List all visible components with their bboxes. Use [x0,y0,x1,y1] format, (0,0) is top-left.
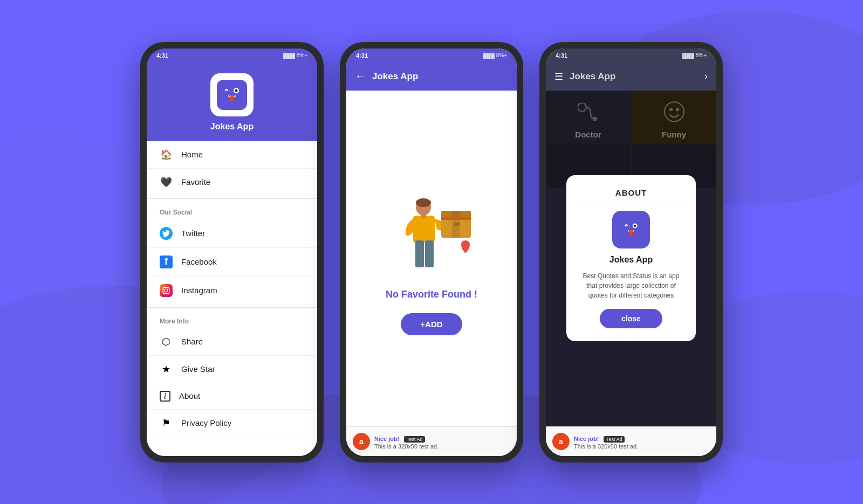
status-icons-3: ▓▓▓ 8%+ [682,52,707,58]
phone3-content: Doctor Funny [546,91,716,426]
ad-bar-3: a Nice job! Test Ad This is a 320x50 tes… [546,426,716,456]
drawer-app-icon [210,73,254,116]
signal-icon-3: ▓▓▓ 8%+ [682,52,707,58]
ad-badge-3: Test Ad [604,436,625,443]
instagram-label: Instagram [181,286,217,295]
ad-nice-3: Nice job! Test Ad [574,433,710,443]
ad-bar-2: a Nice job! Test Ad This is a 320x50 tes… [346,426,517,456]
drawer-item-favorite[interactable]: 🖤 Favorite [147,169,317,196]
svg-point-10 [229,98,232,100]
phones-container: 4:31 ▓▓▓ 8%+ [140,42,723,462]
svg-point-36 [629,230,634,236]
about-dialog: ABOUT [566,175,696,341]
back-button[interactable]: ← [355,70,366,82]
svg-point-11 [232,98,235,100]
ad-logo-2: a [353,433,370,450]
svg-point-16 [416,198,431,207]
more-info-section-label: More Info [147,310,317,328]
about-dialog-overlay: ABOUT [546,91,716,426]
heart-icon: 🖤 [160,176,173,188]
delivery-svg [383,181,480,278]
twitter-icon [160,227,173,240]
status-bar-3: 4:31 ▓▓▓ 8%+ [546,49,716,63]
svg-rect-25 [441,217,471,220]
time-3: 4:31 [556,52,567,59]
social-section-label: Our Social [147,201,317,219]
share-icon: ⬡ [160,336,173,348]
home-icon: 🏠 [160,149,173,161]
give-star-label: Give Star [181,364,215,374]
empty-state-message: No Favorite Found ! [386,289,477,300]
twitter-label: Twitter [181,229,205,238]
star-icon: ★ [160,363,173,375]
status-bar-2: 4:31 ▓▓▓ 8%+ [346,49,517,63]
svg-rect-18 [421,215,426,218]
drawer-item-twitter[interactable]: Twitter [147,219,317,248]
share-button-3[interactable]: ‹ [704,71,708,82]
svg-rect-21 [425,240,434,267]
drawer-item-privacy[interactable]: ⚑ Privacy Policy [147,410,317,437]
phone-1-screen: 4:31 ▓▓▓ 8%+ [147,49,317,456]
home-label: Home [181,150,203,159]
signal-icon-2: ▓▓▓ 8%+ [483,52,507,58]
svg-point-8 [235,89,238,92]
about-description: Best Quotes and Status is an app that pr… [577,271,685,300]
ad-logo-3: a [552,433,570,450]
screen-title-3: Jokes App [570,71,698,82]
about-app-icon [612,211,650,248]
about-label: About [179,391,200,401]
about-dialog-title: ABOUT [615,188,647,197]
phone-3-screen: 4:31 ▓▓▓ 8%+ ☰ Jokes App ‹ [546,49,716,456]
empty-state-illustration [383,181,480,278]
svg-rect-12 [163,287,169,294]
ad-content-3: Nice job! Test Ad This is a 320x50 test … [574,433,710,450]
signal-icon-1: ▓▓▓ 8%+ [283,52,307,58]
about-logo-svg [618,216,645,243]
svg-rect-20 [415,240,424,267]
privacy-label: Privacy Policy [181,418,231,427]
svg-point-38 [631,232,633,234]
add-button[interactable]: +ADD [401,313,462,335]
share-label: Share [181,337,203,346]
divider-1 [147,198,317,199]
about-divider [577,204,685,204]
phone-3: 4:31 ▓▓▓ 8%+ ☰ Jokes App ‹ [539,42,723,462]
status-bar-1: 4:31 ▓▓▓ 8%+ [147,49,317,63]
svg-point-27 [457,223,460,226]
phone3-header: ☰ Jokes App ‹ [546,63,716,91]
drawer-item-share[interactable]: ⬡ Share [147,328,317,356]
ad-content-2: Nice job! Test Ad This is a 320x50 test … [374,433,510,450]
ad-text-2: This is a 320x50 test ad. [374,443,510,450]
screen-title-2: Jokes App [372,71,418,82]
info-icon: i [160,391,170,402]
close-dialog-button[interactable]: close [600,309,662,328]
drawer-item-give-star[interactable]: ★ Give Star [147,356,317,383]
phone-2-screen: 4:31 ▓▓▓ 8%+ ← Jokes App [346,49,517,456]
phone-2: 4:31 ▓▓▓ 8%+ ← Jokes App [340,42,523,462]
about-app-name: Jokes App [609,255,653,265]
facebook-label: Facebook [181,257,217,266]
phone-1: 4:31 ▓▓▓ 8%+ [140,42,324,462]
drawer-item-instagram[interactable]: Instagram [147,277,317,305]
divider-2 [147,307,317,308]
svg-point-37 [628,232,631,234]
status-icons-2: ▓▓▓ 8%+ [483,52,507,58]
flag-icon: ⚑ [160,417,173,429]
phone2-content: No Favorite Found ! +ADD [346,91,517,426]
drawer-item-about[interactable]: i About [147,383,317,410]
app-logo-svg [217,80,247,110]
favorite-label: Favorite [181,177,210,187]
drawer-app-title: Jokes App [210,122,254,132]
drawer-item-facebook[interactable]: f Facebook [147,248,317,277]
drawer-item-home[interactable]: 🏠 Home [147,141,317,169]
ad-badge-2: Test Ad [404,436,426,443]
svg-point-14 [167,288,168,289]
hamburger-menu-button[interactable]: ☰ [554,71,563,82]
svg-point-13 [165,289,168,292]
drawer-body: 🏠 Home 🖤 Favorite Our Social Twitter f [147,141,317,456]
facebook-icon: f [160,256,173,268]
ad-text-3: This is a 320x50 test ad. [574,443,710,450]
status-icons-1: ▓▓▓ 8%+ [283,52,307,58]
svg-point-35 [634,225,636,227]
time-2: 4:31 [356,52,368,59]
